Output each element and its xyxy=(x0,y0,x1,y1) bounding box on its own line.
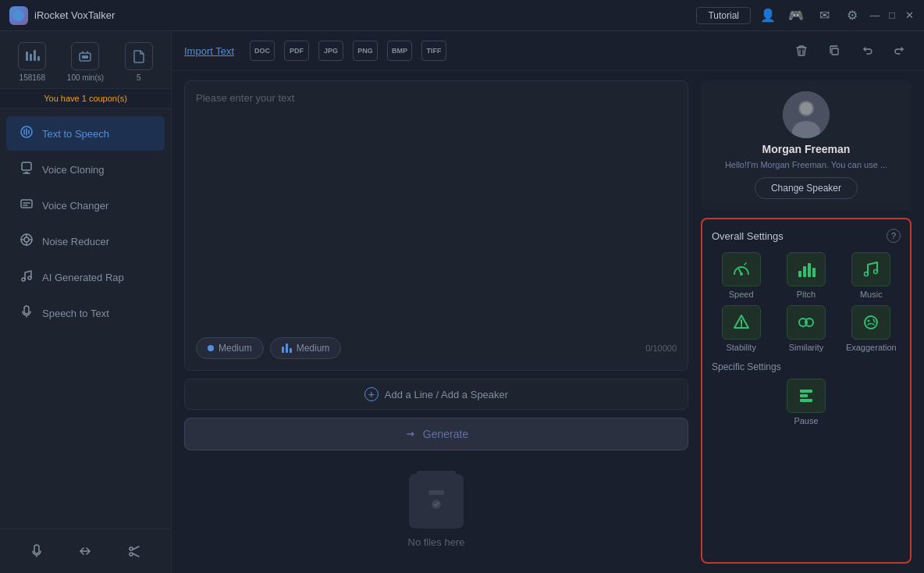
counter-value: 158168 xyxy=(20,73,45,82)
titlebar-actions: Tutorial 👤 🎮 ✉ ⚙ — □ ✕ xyxy=(696,5,915,27)
sidebar-nav: Text to Speech Voice Cloning xyxy=(0,109,171,529)
speaker-avatar xyxy=(783,91,830,138)
svg-rect-38 xyxy=(800,399,812,402)
minimize-button[interactable]: — xyxy=(869,10,880,21)
setting-exaggeration[interactable]: Exaggeration xyxy=(842,305,901,352)
stat-time: 100 min(s) xyxy=(67,42,104,82)
help-icon[interactable]: ? xyxy=(887,229,901,243)
titlebar: iRocket VoxTalker Tutorial 👤 🎮 ✉ ⚙ — □ ✕ xyxy=(0,0,924,31)
svg-point-0 xyxy=(13,10,24,21)
copy-action[interactable] xyxy=(823,39,846,62)
sidebar-item-stt[interactable]: Speech to Text xyxy=(6,296,165,330)
speaker-description: Hello!I'm Morgan Freeman. You can use ..… xyxy=(725,160,887,169)
change-speaker-button[interactable]: Change Speaker xyxy=(755,177,858,199)
stability-label-text: Stability xyxy=(726,343,756,352)
sidebar-item-nr[interactable]: Noise Reducer xyxy=(6,224,165,258)
main-layout: 158168 100 min(s) xyxy=(0,31,924,573)
pitch-icon xyxy=(787,252,826,286)
close-button[interactable]: ✕ xyxy=(904,10,915,21)
format-bmp-button[interactable]: BMP xyxy=(387,41,412,61)
generate-label: Generate xyxy=(423,428,468,440)
mic-bottom-icon[interactable] xyxy=(24,539,49,564)
empty-text: No files here xyxy=(408,536,465,548)
sidebar-item-vc-label: Voice Cloning xyxy=(42,164,105,176)
svg-rect-37 xyxy=(800,394,808,397)
text-input[interactable] xyxy=(196,92,677,331)
stat-counter: 158168 xyxy=(18,42,46,82)
settings-header: Overall Settings ? xyxy=(712,229,901,243)
sidebar-item-nr-label: Noise Reducer xyxy=(42,236,109,247)
content-area: Import Text DOC PDF JPG PNG BMP TIFF xyxy=(172,31,924,573)
mail-icon[interactable]: ✉ xyxy=(813,5,835,27)
editor-panel: Medium Medium 0/10000 xyxy=(184,80,688,564)
counter-icon xyxy=(18,42,46,70)
pitch-control[interactable]: Medium xyxy=(270,337,342,359)
user-icon[interactable]: 👤 xyxy=(757,5,779,27)
settings-icon[interactable]: ⚙ xyxy=(841,5,863,27)
cut-bottom-icon[interactable] xyxy=(122,539,147,564)
format-png-button[interactable]: PNG xyxy=(353,41,378,61)
speed-label-text: Speed xyxy=(729,290,754,299)
svg-point-25 xyxy=(740,272,743,276)
settings-panel: Morgan Freeman Hello!I'm Morgan Freeman.… xyxy=(701,80,912,564)
sidebar-stats: 158168 100 min(s) xyxy=(0,31,171,89)
svg-rect-8 xyxy=(22,162,31,170)
maximize-button[interactable]: □ xyxy=(887,10,897,21)
svg-rect-2 xyxy=(30,54,32,61)
stat-files: 5 xyxy=(125,42,153,82)
setting-stability[interactable]: Stability xyxy=(712,305,770,352)
sidebar-item-rap[interactable]: AI Generated Rap xyxy=(6,260,165,294)
empty-state: No files here xyxy=(184,458,688,564)
loop-bottom-icon[interactable] xyxy=(73,539,98,564)
specific-settings-title: Specific Settings xyxy=(712,361,901,372)
speed-control[interactable]: Medium xyxy=(196,337,264,359)
format-tiff-button[interactable]: TIFF xyxy=(421,41,446,61)
setting-pause[interactable]: Pause xyxy=(712,379,901,425)
nr-icon xyxy=(19,233,34,250)
svg-rect-1 xyxy=(26,52,28,61)
add-line-button[interactable]: + Add a Line / Add a Speaker xyxy=(184,379,688,410)
generate-button[interactable]: Generate xyxy=(184,418,688,450)
sidebar-item-tts[interactable]: Text to Speech xyxy=(6,116,165,151)
char-count: 0/10000 xyxy=(645,343,677,353)
gamepad-icon[interactable]: 🎮 xyxy=(785,5,807,27)
format-doc-button[interactable]: DOC xyxy=(250,41,275,61)
svg-rect-28 xyxy=(808,263,811,277)
svg-rect-3 xyxy=(34,50,36,61)
svg-rect-6 xyxy=(82,55,88,59)
svg-rect-27 xyxy=(803,266,806,277)
sidebar-item-vc[interactable]: Voice Cloning xyxy=(6,152,165,187)
stability-icon xyxy=(722,305,761,340)
format-jpg-button[interactable]: JPG xyxy=(318,41,343,61)
setting-pitch[interactable]: Pitch xyxy=(777,252,835,299)
speaker-name: Morgan Freeman xyxy=(762,143,851,155)
redo-action[interactable] xyxy=(888,39,912,62)
setting-speed[interactable]: Speed xyxy=(712,252,770,299)
svg-point-31 xyxy=(874,270,878,274)
svg-rect-29 xyxy=(812,268,816,277)
sidebar-item-vch[interactable]: Voice Changer xyxy=(6,188,165,222)
setting-similarity[interactable]: Similarity xyxy=(777,305,835,352)
undo-action[interactable] xyxy=(855,39,879,62)
svg-rect-4 xyxy=(37,56,40,61)
import-text-button[interactable]: Import Text xyxy=(184,45,234,57)
add-line-label: Add a Line / Add a Speaker xyxy=(385,389,508,400)
exaggeration-label-text: Exaggeration xyxy=(846,343,897,352)
tutorial-button[interactable]: Tutorial xyxy=(696,7,751,24)
time-icon xyxy=(71,42,99,70)
delete-action[interactable] xyxy=(790,39,813,62)
format-pdf-button[interactable]: PDF xyxy=(284,41,309,61)
svg-rect-19 xyxy=(428,490,444,495)
speed-label: Medium xyxy=(219,343,252,354)
sidebar-item-vch-label: Voice Changer xyxy=(42,200,108,212)
setting-music[interactable]: Music xyxy=(842,252,901,299)
sidebar-item-rap-label: AI Generated Rap xyxy=(42,272,124,283)
svg-point-12 xyxy=(24,237,29,242)
svg-rect-36 xyxy=(800,390,812,393)
sidebar-bottom xyxy=(0,529,171,573)
editor-row: Medium Medium 0/10000 xyxy=(172,71,924,573)
pause-label-text: Pause xyxy=(794,416,818,425)
svg-point-30 xyxy=(865,272,869,276)
sidebar-item-stt-label: Speech to Text xyxy=(42,308,109,319)
add-icon: + xyxy=(364,387,378,401)
